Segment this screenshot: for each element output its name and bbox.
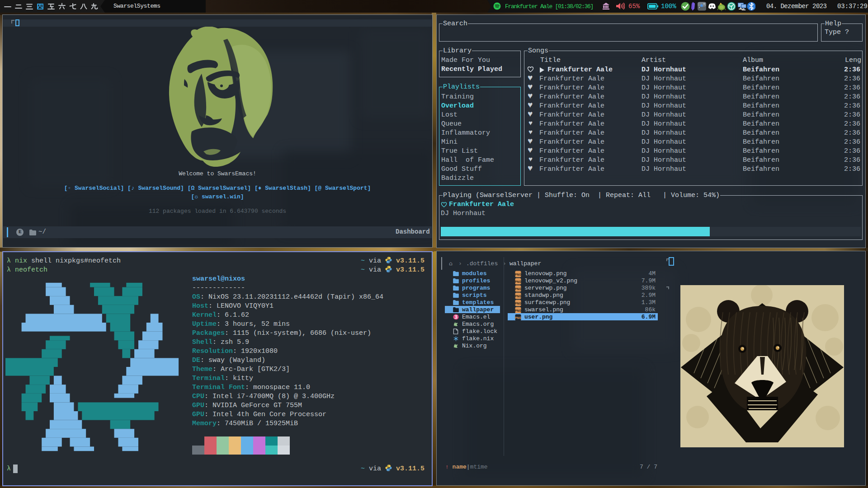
svg-text:PNG: PNG — [515, 295, 521, 298]
svg-text:PNG: PNG — [515, 273, 521, 276]
svg-text:PNG: PNG — [515, 309, 521, 312]
svg-text:PNG: PNG — [515, 316, 521, 319]
svg-text:PNG: PNG — [515, 302, 521, 305]
svg-text:PNG: PNG — [515, 287, 521, 291]
svg-text:PNG: PNG — [515, 280, 521, 283]
